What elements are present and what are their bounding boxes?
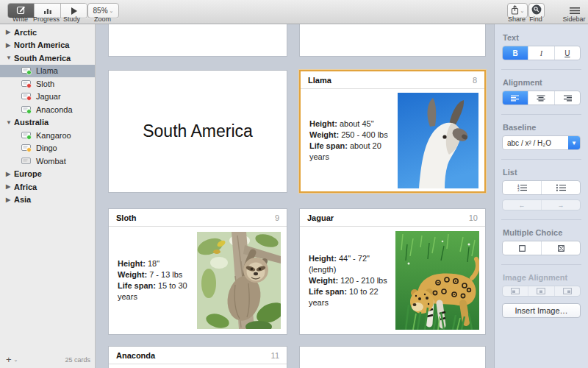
choice-checked-box-button[interactable] (542, 241, 580, 255)
title-card-text: South America (109, 71, 287, 192)
disclosure-triangle-icon[interactable]: ▶ (6, 29, 14, 35)
write-label: Write (7, 15, 33, 23)
sidebar-item-sloth[interactable]: Sloth (0, 77, 95, 91)
chevron-down-icon: ⌄ (520, 8, 525, 14)
card-jaguar[interactable]: Jaguar 10 Height:44" - 72" (length) Weig… (299, 208, 486, 335)
toolbar: Write Progress Study 85% ⌄ Zoom ⌄ Share … (0, 0, 588, 24)
card-header: Anaconda 11 (109, 347, 287, 364)
card-partial-right[interactable] (299, 24, 486, 57)
chevron-down-icon: ⌄ (110, 8, 114, 14)
card-number: 8 (473, 76, 477, 85)
image-align-center-button[interactable] (528, 286, 554, 296)
baseline-dropdown[interactable]: abc / x² / H₂O ▼ (502, 135, 581, 150)
card-facts: Height:about 45" Weight:250 - 400 lbs Li… (301, 118, 398, 163)
align-center-button[interactable] (528, 91, 554, 105)
align-right-button[interactable] (555, 91, 580, 105)
text-style-segmented-control: B I U (502, 46, 581, 60)
card-body: Height:44" - 72" (length) Weight:120 - 2… (300, 227, 485, 334)
zoom-label: Zoom (87, 15, 118, 23)
sidebar-group-asia[interactable]: ▶ Asia (0, 194, 95, 207)
alignment-segmented-control (502, 91, 581, 105)
chevron-down-icon[interactable]: ⌄ (14, 357, 18, 363)
llama-photo (398, 93, 478, 188)
sidebar: ▶ Arctic ▶ North America ▼ South America… (0, 24, 96, 352)
numbered-list-button[interactable]: 123 (503, 181, 542, 194)
disclosure-triangle-icon[interactable]: ▶ (6, 171, 14, 177)
card-header: Sloth 9 (109, 209, 287, 227)
align-left-button[interactable] (503, 91, 528, 105)
list-segmented-control: 123 (502, 180, 581, 195)
section-divider (501, 114, 581, 115)
indent-segmented-control: ← → (502, 199, 581, 210)
card-anaconda[interactable]: Anaconda 11 (108, 346, 287, 368)
sidebar-group-australia[interactable]: ▼ Australia (0, 116, 95, 130)
card-title: Sloth (116, 213, 275, 222)
card-blank[interactable] (299, 346, 486, 368)
section-divider (501, 219, 581, 220)
disclosure-triangle-icon[interactable]: ▼ (6, 119, 14, 126)
text-section-label: Text (503, 33, 581, 42)
bold-button[interactable]: B (503, 46, 528, 60)
card-facts: Height:44" - 72" (length) Weight:120 - 2… (300, 253, 395, 308)
jaguar-photo (395, 231, 479, 330)
image-alignment-section-label: Image Alignment (503, 273, 581, 282)
card-grid: South America Llama 8 Height:about 45" W… (96, 24, 493, 368)
sloth-photo (197, 232, 281, 329)
card-count: 25 cards (65, 356, 90, 364)
study-label: Study (59, 15, 85, 23)
sidebar-item-wombat[interactable]: Wombat (0, 155, 95, 168)
deck-tree: ▶ Arctic ▶ North America ▼ South America… (0, 24, 95, 206)
image-align-right-button[interactable] (555, 286, 580, 296)
list-section-label: List (503, 168, 581, 177)
card-south-america-title[interactable]: South America (108, 70, 287, 193)
indent-button[interactable]: → (542, 200, 580, 210)
card-facts: Height:18" Weight:7 - 13 lbs Life span:1… (109, 258, 197, 302)
sidebar-item-anaconda[interactable]: Anaconda (0, 103, 95, 116)
card-sloth[interactable]: Sloth 9 Height:18" Weight:7 - 13 lbs Lif… (108, 208, 287, 335)
alignment-section-label: Alignment (503, 78, 581, 87)
card-plain-icon (21, 158, 32, 165)
section-divider (501, 264, 581, 265)
bulleted-list-button[interactable] (542, 181, 580, 194)
baseline-value: abc / x² / H₂O (503, 139, 568, 147)
card-status-icon (21, 144, 32, 152)
multiple-choice-segmented-control (502, 241, 581, 255)
sidebar-item-llama[interactable]: Llama (0, 65, 95, 78)
sidebar-item-kangaroo[interactable]: Kangaroo (0, 129, 95, 142)
disclosure-triangle-icon[interactable]: ▶ (6, 197, 14, 203)
app-window: Write Progress Study 85% ⌄ Zoom ⌄ Share … (0, 0, 588, 368)
card-llama[interactable]: Llama 8 Height:about 45" Weight:250 - 40… (299, 70, 486, 193)
sidebar-group-arctic[interactable]: ▶ Arctic (0, 26, 95, 39)
progress-label: Progress (33, 15, 59, 23)
card-header: Jaguar 10 (300, 209, 485, 227)
format-inspector: Text B I U Alignment Baseline abc / x² /… (494, 24, 588, 368)
sidebar-group-north-america[interactable]: ▶ North America (0, 39, 95, 52)
card-partial-left[interactable] (108, 24, 287, 57)
disclosure-triangle-icon[interactable]: ▶ (6, 183, 14, 190)
card-status-icon (21, 67, 32, 74)
underline-button[interactable]: U (555, 46, 580, 60)
card-title: Llama (308, 76, 473, 85)
sidebar-group-africa[interactable]: ▶ Africa (0, 180, 95, 194)
italic-button[interactable]: I (528, 46, 554, 60)
section-divider (501, 159, 581, 160)
sidebar-item-jaguar[interactable]: Jaguar (0, 91, 95, 104)
disclosure-triangle-icon[interactable]: ▼ (6, 54, 14, 61)
zoom-value: 85% (93, 7, 108, 15)
sidebar-item-dingo[interactable]: Dingo (0, 142, 95, 155)
choice-box-button[interactable] (503, 241, 542, 255)
sidebar-group-south-america[interactable]: ▼ South America (0, 52, 95, 65)
find-label: Find (521, 15, 551, 23)
card-title: Anaconda (116, 351, 271, 360)
insert-image-button[interactable]: Insert Image… (502, 303, 581, 318)
add-card-button[interactable]: + (6, 356, 12, 364)
image-alignment-segmented-control (502, 286, 581, 297)
image-align-left-button[interactable] (503, 286, 528, 296)
svg-text:3: 3 (517, 188, 520, 191)
outdent-button[interactable]: ← (503, 200, 542, 210)
card-status-icon (21, 132, 32, 139)
sidebar-group-europe[interactable]: ▶ Europe (0, 168, 95, 181)
card-header: Llama 8 (301, 71, 484, 89)
baseline-section-label: Baseline (503, 123, 581, 132)
disclosure-triangle-icon[interactable]: ▶ (6, 42, 14, 49)
